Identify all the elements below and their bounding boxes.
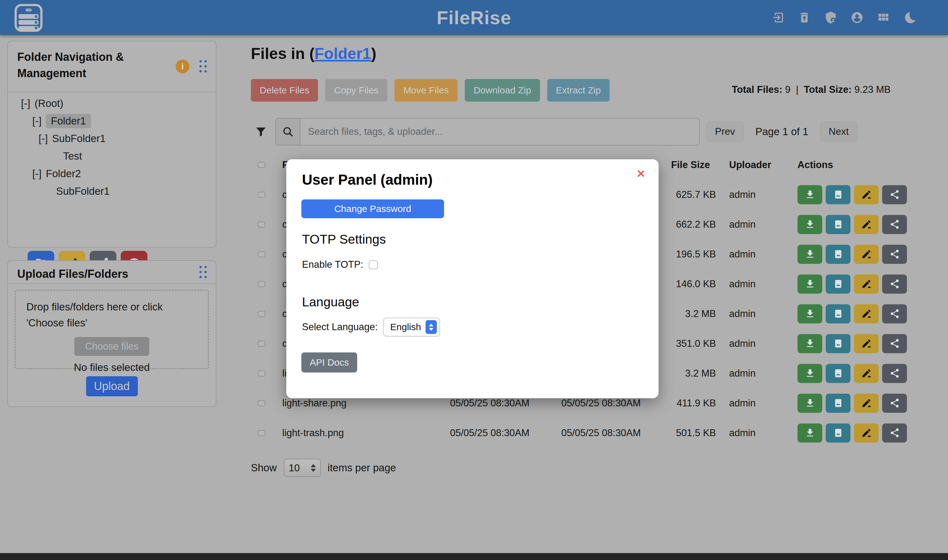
file-size: 146.0 KB (671, 278, 716, 290)
select-stepper-icon (426, 320, 437, 334)
next-page-button[interactable]: Next (820, 122, 857, 142)
date-modified: 05/05/25 08:30AM (450, 428, 529, 438)
upload-date: 05/05/25 08:30AM (561, 398, 641, 409)
drag-handle-icon[interactable] (199, 266, 207, 279)
share-file-button[interactable] (882, 185, 907, 204)
tree-item-folder2[interactable]: [-]Folder2 (8, 165, 216, 183)
trash-restore-icon[interactable] (797, 11, 811, 25)
file-name[interactable]: li (282, 368, 286, 379)
download-file-button[interactable] (797, 185, 822, 204)
row-checkbox[interactable] (258, 251, 265, 257)
download-file-button[interactable] (797, 304, 822, 323)
info-icon[interactable]: i (175, 60, 189, 73)
share-file-button[interactable] (882, 274, 907, 294)
header-file-size[interactable]: File Size (671, 159, 716, 171)
download-file-button[interactable] (797, 215, 822, 234)
rename-file-button[interactable] (854, 274, 879, 294)
preview-image-button[interactable] (826, 304, 851, 323)
rename-file-button[interactable] (854, 245, 879, 264)
close-icon[interactable]: ✕ (637, 168, 646, 180)
preview-image-button[interactable] (826, 423, 851, 442)
rename-file-button[interactable] (854, 364, 879, 383)
file-dropzone[interactable]: Drop files/folders here or click 'Choose… (15, 290, 209, 369)
row-checkbox[interactable] (258, 192, 265, 197)
download-file-button[interactable] (797, 423, 822, 442)
tree-item-subfolder1[interactable]: [-]SubFolder1 (8, 130, 216, 148)
logout-icon[interactable] (771, 11, 785, 25)
share-file-button[interactable] (882, 423, 907, 442)
rename-file-button[interactable] (854, 394, 879, 412)
api-docs-button[interactable]: API Docs (302, 352, 357, 372)
tree-item-folder1[interactable]: [-]Folder1 (8, 112, 216, 130)
upload-button[interactable]: Upload (86, 376, 138, 396)
admin-shield-icon[interactable] (824, 11, 838, 25)
row-checkbox[interactable] (258, 340, 265, 346)
user-account-icon[interactable] (850, 11, 864, 25)
search-row (255, 118, 700, 146)
preview-image-button[interactable] (826, 274, 851, 294)
download-file-button[interactable] (797, 274, 822, 294)
download-file-button[interactable] (797, 334, 822, 353)
row-checkbox[interactable] (258, 370, 265, 376)
share-file-button[interactable] (882, 364, 907, 383)
row-checkbox[interactable] (258, 311, 265, 317)
download-file-button[interactable] (797, 364, 822, 383)
dark-mode-moon-icon[interactable] (903, 11, 917, 25)
row-checkbox[interactable] (258, 400, 265, 406)
enable-totp-checkbox[interactable] (369, 260, 378, 269)
download-zip-button[interactable]: Download Zip (465, 79, 540, 102)
copy-files-button[interactable]: Copy Files (325, 79, 387, 102)
apps-grid-icon[interactable] (877, 11, 890, 25)
folder-card-header: Folder Navigation & Management i (8, 42, 216, 92)
rename-file-button[interactable] (854, 215, 879, 234)
preview-image-button[interactable] (826, 215, 851, 234)
delete-files-button[interactable]: Delete Files (251, 79, 318, 102)
preview-image-button[interactable] (826, 394, 851, 412)
download-file-button[interactable] (797, 394, 822, 412)
stepper-arrows-icon (311, 464, 316, 472)
share-file-button[interactable] (882, 215, 907, 234)
row-checkbox[interactable] (258, 430, 265, 436)
rename-file-button[interactable] (854, 423, 879, 442)
share-file-button[interactable] (882, 394, 907, 412)
row-checkbox[interactable] (258, 222, 265, 227)
row-actions (797, 215, 907, 234)
header-uploader[interactable]: Uploader (729, 159, 771, 171)
current-folder-link[interactable]: Folder1 (314, 45, 371, 62)
extract-zip-button[interactable]: Extract Zip (547, 79, 609, 102)
select-all-checkbox[interactable] (258, 162, 265, 168)
tree-item-test[interactable]: Test (8, 148, 216, 165)
file-toolbar: Delete Files Copy Files Move Files Downl… (251, 79, 609, 102)
dropzone-text: Drop files/folders here or click 'Choose… (26, 299, 197, 331)
rename-file-button[interactable] (854, 185, 879, 204)
choose-files-button[interactable]: Choose files (74, 337, 149, 356)
download-file-button[interactable] (797, 245, 822, 264)
language-select[interactable]: English (383, 318, 440, 337)
file-name[interactable]: light-trash.png (282, 428, 344, 438)
row-actions (797, 185, 907, 204)
prev-page-button[interactable]: Prev (706, 122, 743, 142)
row-actions (797, 274, 907, 294)
file-name[interactable]: light-share.png (282, 398, 346, 409)
rename-file-button[interactable] (854, 334, 879, 353)
preview-image-button[interactable] (826, 334, 851, 353)
share-file-button[interactable] (882, 245, 907, 264)
share-file-button[interactable] (882, 304, 907, 323)
date-modified: 05/05/25 08:30AM (450, 398, 529, 409)
share-file-button[interactable] (882, 334, 907, 353)
preview-image-button[interactable] (826, 185, 851, 204)
move-files-button[interactable]: Move Files (394, 79, 457, 102)
selected-folder-chip: Folder1 (46, 114, 91, 128)
search-input[interactable] (300, 118, 700, 146)
preview-image-button[interactable] (826, 364, 851, 383)
items-per-page-select[interactable]: 10 (284, 459, 321, 477)
row-checkbox[interactable] (258, 281, 265, 287)
filter-funnel-icon[interactable] (255, 125, 267, 138)
folder-navigation-card: Folder Navigation & Management i [-](Roo… (7, 41, 216, 248)
tree-item-root[interactable]: [-](Root) (8, 95, 216, 112)
preview-image-button[interactable] (826, 245, 851, 264)
tree-item-subfolder1-2[interactable]: SubFolder1 (8, 183, 216, 200)
change-password-button[interactable]: Change Password (302, 199, 444, 218)
drag-handle-icon[interactable] (199, 60, 207, 73)
rename-file-button[interactable] (854, 304, 879, 323)
